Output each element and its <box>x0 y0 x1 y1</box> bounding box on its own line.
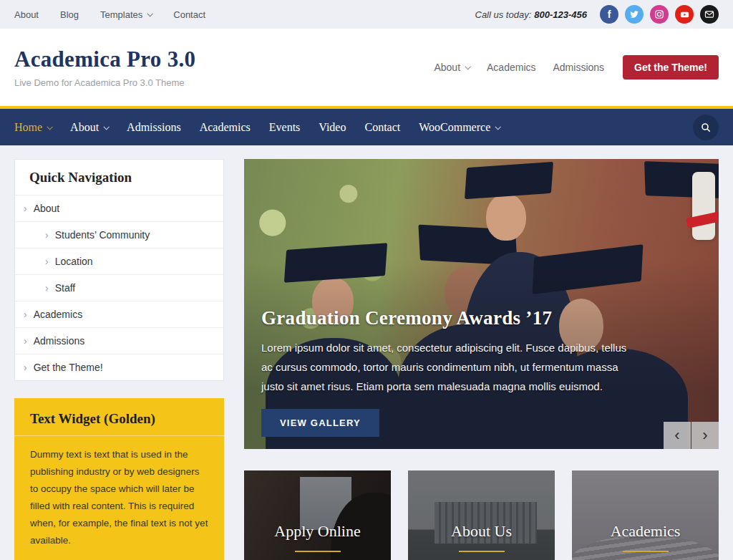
topbar-link-label: About <box>14 9 39 20</box>
prev-slide-button[interactable]: ‹ <box>664 422 691 449</box>
header-nav-label: Admissions <box>553 62 605 73</box>
header-nav-label: Academics <box>487 62 535 73</box>
topbar-link-blog[interactable]: Blog <box>60 9 79 20</box>
topbar-link-label: Templates <box>100 9 142 20</box>
search-button[interactable] <box>693 115 719 140</box>
feature-box-apply-online[interactable]: Apply Online <box>244 470 391 560</box>
email-icon[interactable] <box>700 5 719 24</box>
topbar-link-about[interactable]: About <box>14 9 39 20</box>
sidebar-item-label: Staff <box>55 282 76 294</box>
phone-number: 800-123-456 <box>534 9 587 20</box>
next-slide-button[interactable]: › <box>691 422 719 449</box>
chevron-right-icon: › <box>45 230 49 240</box>
twitter-icon[interactable] <box>625 5 644 24</box>
sidebar-item-label: Admissions <box>34 335 85 347</box>
header-nav-label: About <box>434 62 460 73</box>
sidebar-item-label: Location <box>55 256 93 267</box>
content-area: Quick Navigation ›About ›Students’ Commu… <box>0 145 733 560</box>
header-secondary-nav: About Academics Admissions <box>434 62 604 73</box>
page: About Blog Templates Contact Call us tod… <box>0 0 733 560</box>
chevron-right-icon: › <box>702 426 707 445</box>
envelope-glyph <box>704 9 714 19</box>
sidebar: Quick Navigation ›About ›Students’ Commu… <box>14 159 224 560</box>
nav-item-admissions[interactable]: Admissions <box>117 121 190 134</box>
nav-item-label: Events <box>269 121 301 134</box>
feature-box-academics[interactable]: Academics <box>572 470 719 560</box>
nav-item-label: Home <box>14 121 42 134</box>
nav-item-academics[interactable]: Academics <box>190 121 260 134</box>
feature-box-label: Academics <box>572 522 719 552</box>
quick-navigation-widget: Quick Navigation ›About ›Students’ Commu… <box>14 159 224 381</box>
facebook-glyph: f <box>608 9 611 20</box>
sidebar-item-academics[interactable]: ›Academics <box>15 301 223 327</box>
sidebar-item-staff[interactable]: ›Staff <box>15 274 223 301</box>
call-us-text: Call us today:800-123-456 <box>475 9 588 20</box>
sidebar-item-students-community[interactable]: ›Students’ Community <box>15 221 223 248</box>
main-nav-items: Home About Admissions Academics Events V… <box>14 121 509 134</box>
sidebar-item-about[interactable]: ›About <box>15 195 223 221</box>
nav-item-label: Admissions <box>127 121 181 134</box>
sidebar-item-get-the-theme[interactable]: ›Get the Theme! <box>15 354 223 380</box>
sidebar-item-label: About <box>34 203 60 214</box>
main-navigation: Home About Admissions Academics Events V… <box>0 106 733 145</box>
widget-title: Text Widget (Golden) <box>14 398 224 435</box>
chevron-right-icon: › <box>24 336 27 346</box>
get-theme-button[interactable]: Get the Theme! <box>623 55 719 79</box>
feature-boxes: Apply Online About Us Acad <box>244 470 719 560</box>
slider-arrows: ‹ › <box>664 422 719 449</box>
chevron-right-icon: › <box>24 309 27 319</box>
instagram-icon[interactable] <box>650 5 669 24</box>
site-title[interactable]: Academica Pro 3.0 <box>14 47 195 72</box>
gold-underline <box>459 551 505 552</box>
chevron-down-icon <box>104 124 110 130</box>
top-bar: About Blog Templates Contact Call us tod… <box>0 0 733 29</box>
sidebar-item-label: Students’ Community <box>55 229 150 241</box>
sidebar-item-location[interactable]: ›Location <box>15 248 223 274</box>
chevron-right-icon: › <box>24 203 27 213</box>
youtube-icon[interactable] <box>675 5 694 24</box>
feature-box-label: Apply Online <box>244 522 391 552</box>
divider <box>14 435 224 436</box>
header-nav-about[interactable]: About <box>434 62 470 73</box>
feature-box-title: About Us <box>408 522 555 541</box>
chevron-down-icon <box>47 124 53 130</box>
chevron-right-icon: › <box>45 256 49 266</box>
topbar-link-templates[interactable]: Templates <box>100 9 152 20</box>
text-widget-body: Dummy text is text that is used in the p… <box>14 439 224 560</box>
gold-underline <box>623 551 669 552</box>
site-brand[interactable]: Academica Pro 3.0 Live Demo for Academic… <box>14 47 195 88</box>
widget-title: Quick Navigation <box>15 160 223 195</box>
feature-box-title: Academics <box>572 522 719 541</box>
facebook-icon[interactable]: f <box>600 5 618 24</box>
topbar-link-contact[interactable]: Contact <box>173 9 205 20</box>
text-widget-golden: Text Widget (Golden) Dummy text is text … <box>14 398 224 560</box>
chevron-down-icon <box>465 64 470 69</box>
nav-item-contact[interactable]: Contact <box>355 121 409 134</box>
nav-item-events[interactable]: Events <box>260 121 310 134</box>
header-nav-academics[interactable]: Academics <box>487 62 535 73</box>
nav-item-woocommerce[interactable]: WooCommerce <box>409 121 509 134</box>
sidebar-item-label: Academics <box>34 309 82 320</box>
gold-underline <box>295 551 341 552</box>
slide-title: Graduation Ceremony Awards ’17 <box>261 307 633 329</box>
site-header: Academica Pro 3.0 Live Demo for Academic… <box>0 29 733 106</box>
nav-item-home[interactable]: Home <box>14 121 61 134</box>
chevron-right-icon: › <box>45 283 49 293</box>
slide-caption: Graduation Ceremony Awards ’17 Lorem ips… <box>261 307 633 437</box>
nav-item-label: About <box>70 121 99 134</box>
nav-item-video[interactable]: Video <box>309 121 355 134</box>
view-gallery-button[interactable]: VIEW GALLERY <box>261 409 379 437</box>
topbar-right: Call us today:800-123-456 f <box>475 5 719 24</box>
chevron-left-icon: ‹ <box>674 426 679 445</box>
header-nav-admissions[interactable]: Admissions <box>553 62 605 73</box>
nav-item-label: Academics <box>200 121 251 134</box>
youtube-play-glyph <box>679 9 690 20</box>
main-column: Graduation Ceremony Awards ’17 Lorem ips… <box>244 159 719 560</box>
nav-item-label: WooCommerce <box>419 121 490 134</box>
nav-item-about[interactable]: About <box>61 121 117 134</box>
header-right: About Academics Admissions Get the Theme… <box>434 55 719 79</box>
sidebar-item-admissions[interactable]: ›Admissions <box>15 327 223 354</box>
slide-description: Lorem ipsum dolor sit amet, consectetur … <box>261 338 633 396</box>
search-icon <box>700 122 712 133</box>
feature-box-about-us[interactable]: About Us <box>408 470 555 560</box>
